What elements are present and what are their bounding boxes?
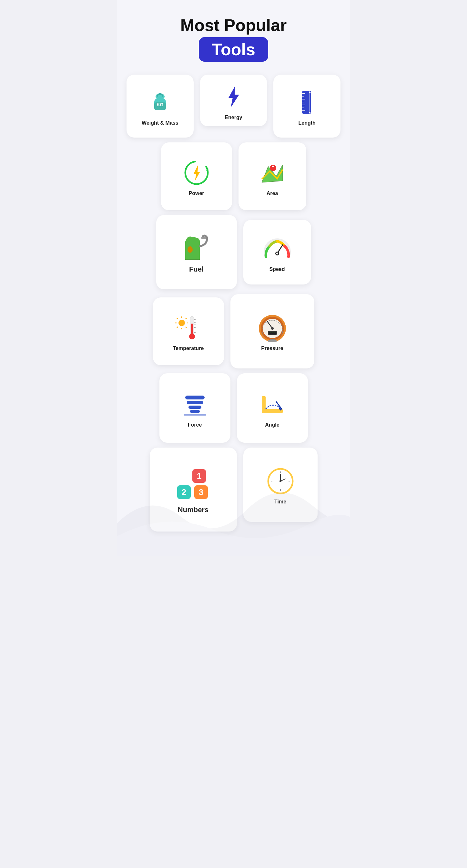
tool-energy[interactable]: Energy <box>200 74 267 126</box>
header-line1: Most Popular <box>127 16 340 35</box>
pressure-label: Pressure <box>261 345 283 351</box>
speed-label: Speed <box>269 267 285 272</box>
svg-point-85 <box>279 480 281 482</box>
angle-label: Angle <box>265 422 279 428</box>
tool-pressure[interactable]: Pressure <box>230 294 314 368</box>
svg-rect-63 <box>187 401 203 404</box>
svg-rect-42 <box>191 323 193 334</box>
row-2: Power Area <box>127 143 340 210</box>
svg-text:3: 3 <box>198 487 203 497</box>
svg-text:2: 2 <box>181 487 186 497</box>
tool-temperature[interactable]: Temperature <box>153 298 224 365</box>
svg-line-37 <box>177 318 178 319</box>
svg-line-38 <box>186 327 187 328</box>
area-icon <box>258 158 287 187</box>
svg-rect-68 <box>262 396 266 409</box>
tool-force[interactable]: Force <box>160 373 230 443</box>
svg-rect-61 <box>268 340 277 342</box>
fuel-label: Fuel <box>189 265 204 274</box>
page-header: Most Popular Tools <box>127 16 340 62</box>
tool-time[interactable]: Time <box>243 447 318 522</box>
force-icon <box>180 390 209 419</box>
temperature-label: Temperature <box>173 345 204 351</box>
tool-angle[interactable]: Angle <box>237 373 308 443</box>
area-label: Area <box>267 190 278 196</box>
svg-line-39 <box>186 318 187 319</box>
tool-area[interactable]: Area <box>238 143 306 210</box>
angle-icon <box>258 390 287 419</box>
svg-point-43 <box>189 334 195 339</box>
header-badge-text: Tools <box>212 40 255 59</box>
header-badge: Tools <box>199 37 268 62</box>
row-1: KG Weight & Mass Energy <box>127 74 340 137</box>
energy-label: Energy <box>225 115 242 120</box>
row-3: Fuel <box>127 215 340 289</box>
svg-rect-66 <box>184 414 206 415</box>
svg-rect-67 <box>262 409 283 413</box>
length-icon <box>292 88 322 117</box>
svg-rect-64 <box>189 406 201 409</box>
page-container: Most Popular Tools <box>117 0 350 556</box>
tool-power[interactable]: Power <box>161 143 232 210</box>
energy-icon <box>219 82 248 112</box>
row-5: Force Angle <box>127 373 340 443</box>
svg-rect-62 <box>185 396 205 399</box>
numbers-label: Numbers <box>178 506 208 514</box>
speed-icon <box>263 234 292 263</box>
row-6: 1 2 3 Numbers <box>127 447 340 531</box>
weight-mass-label: Weight & Mass <box>142 120 178 126</box>
time-label: Time <box>274 499 286 505</box>
svg-marker-20 <box>194 165 200 181</box>
tool-speed[interactable]: Speed <box>243 220 311 284</box>
svg-point-54 <box>271 327 274 330</box>
row-4: Temperature <box>127 294 340 368</box>
svg-marker-5 <box>229 86 239 107</box>
time-icon <box>266 467 295 496</box>
svg-line-40 <box>177 327 178 328</box>
svg-point-32 <box>178 320 185 326</box>
fuel-icon <box>182 233 211 262</box>
length-label: Length <box>299 120 315 126</box>
numbers-icon: 1 2 3 <box>175 467 211 502</box>
svg-point-3 <box>159 93 161 95</box>
svg-rect-65 <box>190 410 200 413</box>
svg-text:1: 1 <box>197 471 201 481</box>
pressure-icon <box>258 313 287 342</box>
tool-weight-mass[interactable]: KG Weight & Mass <box>127 74 194 137</box>
tool-numbers[interactable]: 1 2 3 Numbers <box>150 447 237 531</box>
power-icon <box>182 158 211 187</box>
power-label: Power <box>189 190 204 196</box>
tools-grid: KG Weight & Mass Energy <box>127 74 340 536</box>
svg-rect-26 <box>201 237 206 239</box>
weight-mass-icon: KG <box>145 88 175 117</box>
tool-length[interactable]: Length <box>273 74 340 137</box>
tool-fuel[interactable]: Fuel <box>156 215 237 289</box>
svg-text:KG: KG <box>157 102 163 107</box>
force-label: Force <box>188 422 202 428</box>
svg-point-31 <box>276 252 278 254</box>
temperature-icon <box>174 313 203 342</box>
